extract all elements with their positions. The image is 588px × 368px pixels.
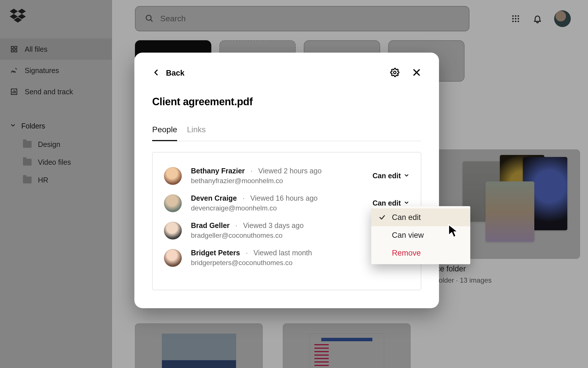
- tab-links[interactable]: Links: [187, 125, 206, 141]
- close-button[interactable]: [412, 68, 421, 78]
- modal-header: Back: [152, 66, 421, 80]
- modal-title: Client agreement.pdf: [152, 96, 421, 108]
- person-row: Bethany Frazier · Viewed 2 hours ago bet…: [164, 162, 409, 189]
- menu-item-label: Can view: [392, 231, 424, 240]
- separator-dot: ·: [235, 221, 237, 230]
- person-name: Brad Geller: [191, 221, 230, 230]
- person-name: Deven Craige: [191, 194, 237, 202]
- person-status: Viewed 16 hours ago: [250, 194, 318, 202]
- settings-button[interactable]: [390, 68, 399, 78]
- menu-item-remove[interactable]: Remove: [371, 244, 470, 262]
- permission-label: Can edit: [372, 172, 401, 180]
- chevron-down-icon: [404, 172, 409, 180]
- separator-dot: ·: [243, 194, 245, 202]
- back-button[interactable]: Back: [152, 68, 185, 78]
- svg-point-16: [394, 71, 396, 74]
- person-name: Bridget Peters: [191, 249, 240, 257]
- chevron-left-icon: [152, 68, 160, 78]
- avatar: [164, 194, 182, 212]
- person-status: Viewed 2 hours ago: [258, 167, 322, 175]
- separator-dot: ·: [251, 167, 253, 175]
- separator-dot: ·: [246, 249, 248, 257]
- person-status: Viewed last month: [254, 249, 312, 257]
- avatar: [164, 167, 182, 185]
- permission-dropdown[interactable]: Can edit: [372, 172, 409, 180]
- modal-tabs: People Links: [152, 125, 421, 141]
- cursor-icon: [447, 224, 460, 239]
- check-icon: [378, 214, 386, 221]
- person-status: Viewed 3 days ago: [243, 221, 304, 230]
- avatar: [164, 222, 182, 239]
- person-email: devencraige@moonhelm.co: [191, 204, 363, 212]
- person-name: Bethany Frazier: [191, 167, 245, 175]
- back-label: Back: [166, 69, 185, 78]
- share-modal: Back Client agreement.pdf People Links B…: [134, 53, 439, 308]
- avatar: [164, 249, 182, 267]
- menu-item-label: Can edit: [392, 213, 421, 222]
- person-email: bethanyfrazier@moonhelm.co: [191, 177, 363, 185]
- tab-people[interactable]: People: [152, 125, 177, 141]
- menu-item-label: Remove: [392, 249, 421, 258]
